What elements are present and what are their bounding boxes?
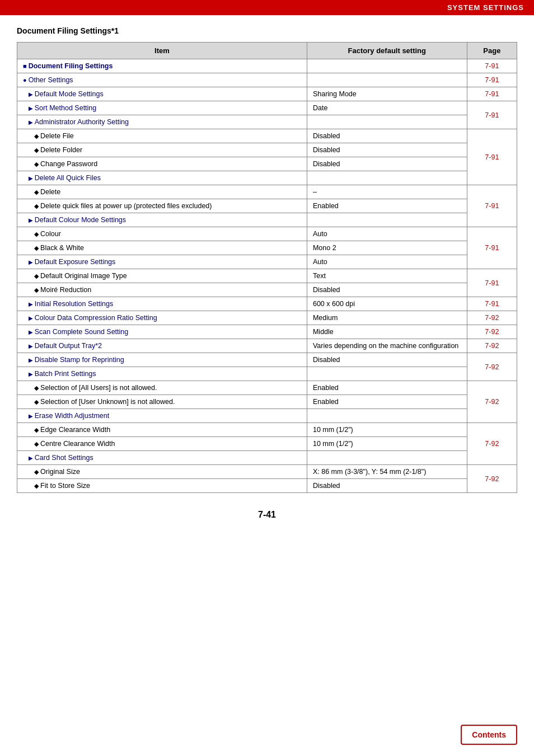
item-label: Delete Folder xyxy=(34,146,82,154)
contents-button-container[interactable]: Contents xyxy=(461,725,517,745)
table-row: Card Shot Settings xyxy=(17,451,517,465)
item-label: Default Original Image Type xyxy=(34,272,127,280)
item-cell: Change Password xyxy=(17,157,307,171)
item-cell: Batch Print Settings xyxy=(17,367,307,381)
factory-cell xyxy=(307,115,467,129)
header-bar: SYSTEM SETTINGS xyxy=(0,0,534,15)
item-cell: Delete xyxy=(17,185,307,199)
page-cell[interactable]: 7-91 xyxy=(467,297,517,311)
page-cell[interactable]: 7-91 xyxy=(467,101,517,129)
factory-cell: 10 mm (1/2") xyxy=(307,423,467,437)
table-row: Sort Method SettingDate7-91 xyxy=(17,101,517,115)
item-label: Disable Stamp for Reprinting xyxy=(29,356,124,364)
item-cell: Default Colour Mode Settings xyxy=(17,213,307,227)
table-row: ColourAuto7-91 xyxy=(17,227,517,241)
item-label: Default Colour Mode Settings xyxy=(29,216,126,224)
item-cell: Initial Resolution Settings xyxy=(17,297,307,311)
item-cell: Document Filing Settings xyxy=(17,59,307,73)
page-cell[interactable]: 7-92 xyxy=(467,423,517,465)
page-cell[interactable]: 7-91 xyxy=(467,129,517,185)
item-label: Administrator Authority Setting xyxy=(29,118,129,126)
factory-cell: Sharing Mode xyxy=(307,87,467,101)
table-row: Administrator Authority Setting xyxy=(17,115,517,129)
page-cell[interactable]: 7-91 xyxy=(467,269,517,297)
factory-cell: Medium xyxy=(307,311,467,325)
table-row: Batch Print Settings xyxy=(17,367,517,381)
page-cell[interactable]: 7-91 xyxy=(467,185,517,227)
table-row: Black & WhiteMono 2 xyxy=(17,241,517,255)
page-cell[interactable]: 7-91 xyxy=(467,59,517,73)
factory-cell: Disabled xyxy=(307,353,467,367)
page-cell[interactable]: 7-92 xyxy=(467,381,517,423)
item-cell: Default Output Tray*2 xyxy=(17,339,307,353)
factory-cell: – xyxy=(307,185,467,199)
settings-table: Item Factory default setting Page Docume… xyxy=(17,42,517,493)
item-label: Default Mode Settings xyxy=(29,90,104,98)
item-cell: Default Mode Settings xyxy=(17,87,307,101)
page-cell[interactable]: 7-91 xyxy=(467,87,517,101)
item-label: Original Size xyxy=(34,468,80,476)
item-cell: Other Settings xyxy=(17,73,307,87)
item-cell: Administrator Authority Setting xyxy=(17,115,307,129)
item-cell: Delete Folder xyxy=(17,143,307,157)
page-cell[interactable]: 7-91 xyxy=(467,227,517,269)
table-row: Edge Clearance Width10 mm (1/2")7-92 xyxy=(17,423,517,437)
table-row: Colour Data Compression Ratio SettingMed… xyxy=(17,311,517,325)
item-cell: Card Shot Settings xyxy=(17,451,307,465)
header-title: SYSTEM SETTINGS xyxy=(447,3,524,12)
page-cell[interactable]: 7-92 xyxy=(467,353,517,381)
item-label: Selection of [All Users] is not allowed. xyxy=(34,384,157,392)
table-row: Erase Width Adjustment xyxy=(17,409,517,423)
table-row: Default Output Tray*2Varies depending on… xyxy=(17,339,517,353)
item-cell: Default Exposure Settings xyxy=(17,255,307,269)
page-cell[interactable]: 7-91 xyxy=(467,73,517,87)
page-cell[interactable]: 7-92 xyxy=(467,325,517,339)
contents-button[interactable]: Contents xyxy=(461,725,517,745)
factory-cell: Mono 2 xyxy=(307,241,467,255)
table-row: Original SizeX: 86 mm (3-3/8"), Y: 54 mm… xyxy=(17,465,517,479)
page-number: 7-41 xyxy=(17,510,517,520)
factory-cell: Enabled xyxy=(307,395,467,409)
page-cell[interactable]: 7-92 xyxy=(467,311,517,325)
item-cell: Delete quick files at power up (protecte… xyxy=(17,199,307,213)
item-cell: Disable Stamp for Reprinting xyxy=(17,353,307,367)
table-row: Default Mode SettingsSharing Mode7-91 xyxy=(17,87,517,101)
item-label: Colour xyxy=(34,230,61,238)
factory-cell xyxy=(307,451,467,465)
item-label: Initial Resolution Settings xyxy=(29,300,113,308)
factory-cell xyxy=(307,73,467,87)
item-cell: Moiré Reduction xyxy=(17,283,307,297)
page-cell[interactable]: 7-92 xyxy=(467,339,517,353)
item-cell: Colour xyxy=(17,227,307,241)
item-label: Delete File xyxy=(34,132,74,140)
table-row: Default Colour Mode Settings xyxy=(17,213,517,227)
item-label: Document Filing Settings xyxy=(23,62,113,70)
col-header-item: Item xyxy=(17,43,307,59)
col-header-page: Page xyxy=(467,43,517,59)
item-label: Default Output Tray*2 xyxy=(29,342,102,350)
factory-cell xyxy=(307,409,467,423)
factory-cell: 600 x 600 dpi xyxy=(307,297,467,311)
factory-cell: Middle xyxy=(307,325,467,339)
factory-cell: Varies depending on the machine configur… xyxy=(307,339,467,353)
item-label: Scan Complete Sound Setting xyxy=(29,328,128,336)
page-cell[interactable]: 7-92 xyxy=(467,465,517,493)
table-row: Selection of [All Users] is not allowed.… xyxy=(17,381,517,395)
item-cell: Erase Width Adjustment xyxy=(17,409,307,423)
table-row: Other Settings7-91 xyxy=(17,73,517,87)
item-cell: Edge Clearance Width xyxy=(17,423,307,437)
section-title: Document Filing Settings*1 xyxy=(17,26,517,35)
item-label: Change Password xyxy=(34,160,97,168)
item-label: Erase Width Adjustment xyxy=(29,412,109,420)
item-cell: Sort Method Setting xyxy=(17,101,307,115)
item-label: Black & White xyxy=(34,244,84,252)
factory-cell: Text xyxy=(307,269,467,283)
factory-cell: Enabled xyxy=(307,199,467,213)
factory-cell: Disabled xyxy=(307,157,467,171)
table-row: Default Original Image TypeText7-91 xyxy=(17,269,517,283)
item-label: Moiré Reduction xyxy=(34,286,91,294)
item-label: Fit to Store Size xyxy=(34,482,90,490)
item-label: Sort Method Setting xyxy=(29,104,96,112)
factory-cell: Disabled xyxy=(307,283,467,297)
item-label: Batch Print Settings xyxy=(29,370,96,378)
